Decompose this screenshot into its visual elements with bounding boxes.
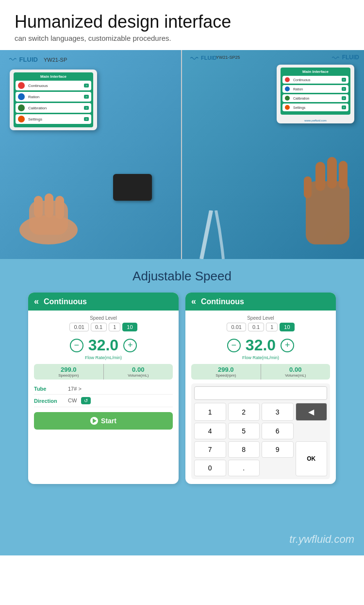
svg-rect-6 [315,162,325,191]
hand-right [296,152,359,249]
flow-rate-unit-left: Flow Rate(mL/min) [34,355,173,360]
speed-btn-001-right[interactable]: 0.01 [227,323,246,331]
back-arrow-right[interactable]: « [191,296,196,307]
icon-ration-left [18,93,25,100]
num-4[interactable]: 4 [194,423,226,439]
menu-settings-left[interactable]: Settings > [16,114,91,124]
direction-value-left: CW ↺ [68,397,173,404]
menu-continuous-right[interactable]: Continuous > [282,76,348,84]
svg-rect-8 [339,161,347,189]
speed-btn-10-right[interactable]: 10 [280,323,294,331]
flow-rate-unit-right: Flow Rate(mL/min) [191,355,330,360]
stat-rpm-label-left: Speed(rpm) [37,373,100,378]
website-label: www.ywfluid.com [277,118,354,123]
panel-right-title: Continuous [201,297,244,306]
speed-level-label-right: Speed Level [191,315,330,321]
svg-rect-2 [34,196,43,218]
stat-rpm-value-left: 299.0 [37,366,100,373]
brand-right2: FLUID [331,54,359,61]
stat-rpm-left: 299.0 Speed(rpm) [34,364,103,380]
device-panel-left: Main Interface Continuous > Ration > [10,69,97,130]
direction-row-left: Direction CW ↺ [34,395,173,407]
menu-ration-right[interactable]: Ration > [282,85,348,93]
back-arrow-left[interactable]: « [34,296,39,307]
num-9[interactable]: 9 [262,441,294,458]
stat-rpm-label-right: Speed(rpm) [194,373,258,378]
panel-right-body: Speed Level 0.01 0.1 1 10 − 32.0 + Flow … [185,311,336,484]
panel-left-body: Speed Level 0.01 0.1 1 10 − 32.0 + Flow … [28,311,179,434]
page-title: Humanized design interface [15,12,349,32]
icon-continuous-right [285,77,290,82]
photo-right: FLUID YW21-SP25 FLUID Main Interface Con… [182,50,364,259]
svg-rect-5 [306,181,349,244]
start-button-left[interactable]: Start [34,412,173,430]
hand-left [15,191,83,244]
arrow-ration: > [84,95,89,99]
numpad-area: 1 2 3 ◀ 4 5 6 7 8 9 OK 0 . [191,383,330,479]
panels-row: « Continuous Speed Level 0.01 0.1 1 10 −… [10,293,354,484]
menu-settings-right[interactable]: Settings > [282,104,348,111]
flow-increase-left[interactable]: + [123,339,137,352]
stat-vol-left: 0.00 Volume(mL) [103,364,173,380]
stat-vol-label-left: Volume(mL) [107,373,170,378]
menu-ration-left[interactable]: Ration > [16,92,91,102]
icon-calibration-right [285,96,290,101]
speed-btn-10-left[interactable]: 10 [122,323,137,331]
flow-increase-right[interactable]: + [281,339,294,352]
num-empty2 [262,460,294,476]
num-empty1 [296,423,328,439]
arrow-calibration: > [84,106,89,110]
flow-decrease-left[interactable]: − [70,339,83,352]
adjustable-title: Adjustable Speed [10,269,354,284]
brand-left: FLUID [9,56,38,63]
menu-calibration-right[interactable]: Calibration > [282,94,348,102]
panel-left-title: Continuous [44,297,87,306]
svg-rect-3 [45,193,53,218]
num-backspace[interactable]: ◀ [296,403,328,421]
speed-buttons-left: 0.01 0.1 1 10 [34,323,173,331]
num-1[interactable]: 1 [194,403,226,421]
speed-btn-1-left[interactable]: 1 [109,323,120,331]
flow-rate-row-right: − 32.0 + [191,336,330,354]
num-ok[interactable]: OK [296,441,328,476]
numpad-display[interactable] [194,386,327,400]
icon-ration-right [285,86,290,91]
panel-left: « Continuous Speed Level 0.01 0.1 1 10 −… [28,293,179,484]
num-6[interactable]: 6 [262,423,294,439]
direction-label-left: Direction [34,398,68,404]
panel-right-topbar: « Continuous [185,293,336,311]
tube-value-left[interactable]: 17# > [68,386,173,392]
speed-level-label-left: Speed Level [34,315,173,321]
num-dot[interactable]: . [228,460,260,476]
stat-vol-value-left: 0.00 [107,366,170,373]
direction-btn-left[interactable]: ↺ [81,397,91,404]
num-5[interactable]: 5 [228,423,260,439]
tube-row-left: Tube 17# > [34,383,173,395]
bottom-section: Adjustable Speed « Continuous Speed Leve… [0,259,364,555]
stats-row-left: 299.0 Speed(rpm) 0.00 Volume(mL) [34,364,173,380]
speed-btn-01-left[interactable]: 0.1 [91,323,107,331]
arrow-settings: > [84,117,89,121]
photo-left: FLUID YW21-SP Main Interface Continuous … [0,50,182,259]
play-icon-left [90,417,98,425]
icon-settings-right [285,105,290,110]
num-8[interactable]: 8 [228,441,260,458]
menu-continuous-left[interactable]: Continuous > [16,81,91,90]
num-2[interactable]: 2 [228,403,260,421]
flow-rate-value-right: 32.0 [246,336,276,354]
speed-btn-01-right[interactable]: 0.1 [248,323,264,331]
flow-rate-row-left: − 32.0 + [34,336,173,354]
screen-header-left: Main Interface [16,74,91,79]
icon-calibration-left [18,104,25,111]
stats-row-right: 299.0 Speed(rpm) 0.00 Volume(mL) [191,364,330,380]
num-3[interactable]: 3 [262,403,294,421]
speed-btn-1-right[interactable]: 1 [266,323,278,331]
num-7[interactable]: 7 [194,441,226,458]
num-0[interactable]: 0 [194,460,226,476]
speed-btn-001-left[interactable]: 0.01 [69,323,88,331]
watermark: tr.ywfluid.com [289,533,354,546]
flow-decrease-right[interactable]: − [227,339,241,352]
model-right: YW21-SP25 [216,55,240,60]
svg-rect-9 [304,176,312,198]
menu-calibration-left[interactable]: Calibration > [16,103,91,113]
